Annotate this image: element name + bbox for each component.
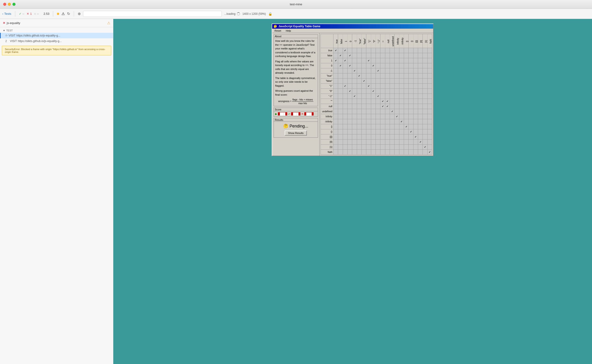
empty-cell[interactable] — [404, 139, 408, 145]
empty-cell[interactable] — [390, 104, 394, 109]
empty-cell[interactable] — [347, 150, 352, 155]
empty-cell[interactable] — [385, 63, 390, 68]
empty-cell[interactable] — [385, 129, 390, 134]
empty-cell[interactable] — [409, 119, 413, 124]
empty-cell[interactable] — [338, 73, 343, 78]
empty-cell[interactable] — [399, 145, 404, 150]
empty-cell[interactable] — [418, 119, 423, 124]
empty-cell[interactable] — [366, 73, 371, 78]
empty-cell[interactable] — [362, 109, 366, 114]
empty-cell[interactable] — [343, 104, 347, 109]
empty-cell[interactable] — [362, 150, 366, 155]
empty-cell[interactable] — [362, 119, 366, 124]
empty-cell[interactable] — [413, 104, 418, 109]
empty-cell[interactable] — [333, 150, 338, 155]
empty-cell[interactable] — [399, 89, 404, 94]
checked-cell[interactable]: ✓ — [380, 104, 385, 109]
empty-cell[interactable] — [333, 145, 338, 150]
menu-reset[interactable]: Reset — [274, 29, 282, 32]
empty-cell[interactable] — [385, 119, 390, 124]
empty-cell[interactable] — [399, 129, 404, 134]
empty-cell[interactable] — [413, 150, 418, 155]
empty-cell[interactable] — [357, 109, 362, 114]
empty-cell[interactable] — [343, 78, 347, 84]
empty-cell[interactable] — [399, 124, 404, 129]
empty-cell[interactable] — [352, 84, 357, 89]
empty-cell[interactable] — [413, 114, 418, 119]
checked-cell[interactable]: ✓ — [343, 84, 347, 89]
empty-cell[interactable] — [366, 68, 371, 73]
empty-cell[interactable] — [338, 78, 343, 84]
empty-cell[interactable] — [333, 89, 338, 94]
checked-cell[interactable]: ✓ — [352, 94, 357, 99]
empty-cell[interactable] — [366, 104, 371, 109]
empty-cell[interactable] — [371, 129, 376, 134]
empty-cell[interactable] — [427, 58, 432, 63]
empty-cell[interactable] — [343, 139, 347, 145]
empty-cell[interactable] — [423, 68, 427, 73]
empty-cell[interactable] — [366, 150, 371, 155]
empty-cell[interactable] — [366, 99, 371, 104]
empty-cell[interactable] — [357, 84, 362, 89]
empty-cell[interactable] — [404, 109, 408, 114]
empty-cell[interactable] — [404, 89, 408, 94]
empty-cell[interactable] — [390, 119, 394, 124]
empty-cell[interactable] — [371, 114, 376, 119]
empty-cell[interactable] — [380, 94, 385, 99]
empty-cell[interactable] — [376, 129, 380, 134]
empty-cell[interactable] — [418, 114, 423, 119]
empty-cell[interactable] — [366, 78, 371, 84]
empty-cell[interactable] — [376, 78, 380, 84]
empty-cell[interactable] — [333, 114, 338, 119]
empty-cell[interactable] — [376, 73, 380, 78]
empty-cell[interactable] — [390, 48, 394, 53]
empty-cell[interactable] — [357, 124, 362, 129]
empty-cell[interactable] — [366, 129, 371, 134]
empty-cell[interactable] — [395, 129, 399, 134]
empty-cell[interactable] — [352, 104, 357, 109]
empty-cell[interactable] — [427, 68, 432, 73]
empty-cell[interactable] — [333, 109, 338, 114]
empty-cell[interactable] — [390, 94, 394, 99]
empty-cell[interactable] — [399, 73, 404, 78]
empty-cell[interactable] — [399, 109, 404, 114]
empty-cell[interactable] — [385, 89, 390, 94]
empty-cell[interactable] — [413, 129, 418, 134]
empty-cell[interactable] — [409, 58, 413, 63]
empty-cell[interactable] — [395, 73, 399, 78]
empty-cell[interactable] — [338, 134, 343, 139]
empty-cell[interactable] — [357, 145, 362, 150]
empty-cell[interactable] — [409, 139, 413, 145]
empty-cell[interactable] — [357, 134, 362, 139]
empty-cell[interactable] — [343, 145, 347, 150]
empty-cell[interactable] — [333, 63, 338, 68]
empty-cell[interactable] — [404, 58, 408, 63]
empty-cell[interactable] — [333, 68, 338, 73]
empty-cell[interactable] — [333, 134, 338, 139]
empty-cell[interactable] — [418, 109, 423, 114]
empty-cell[interactable] — [338, 139, 343, 145]
empty-cell[interactable] — [413, 119, 418, 124]
empty-cell[interactable] — [376, 119, 380, 124]
empty-cell[interactable] — [385, 78, 390, 84]
empty-cell[interactable] — [390, 145, 394, 150]
empty-cell[interactable] — [357, 129, 362, 134]
empty-cell[interactable] — [390, 139, 394, 145]
empty-cell[interactable] — [423, 84, 427, 89]
empty-cell[interactable] — [404, 48, 408, 53]
empty-cell[interactable] — [395, 134, 399, 139]
empty-cell[interactable] — [338, 129, 343, 134]
empty-cell[interactable] — [423, 99, 427, 104]
empty-cell[interactable] — [427, 89, 432, 94]
empty-cell[interactable] — [371, 48, 376, 53]
empty-cell[interactable] — [376, 104, 380, 109]
empty-cell[interactable] — [338, 109, 343, 114]
empty-cell[interactable] — [347, 109, 352, 114]
empty-cell[interactable] — [338, 119, 343, 124]
empty-cell[interactable] — [423, 139, 427, 145]
empty-cell[interactable] — [385, 150, 390, 155]
empty-cell[interactable] — [404, 68, 408, 73]
empty-cell[interactable] — [343, 63, 347, 68]
empty-cell[interactable] — [418, 145, 423, 150]
empty-cell[interactable] — [427, 134, 432, 139]
